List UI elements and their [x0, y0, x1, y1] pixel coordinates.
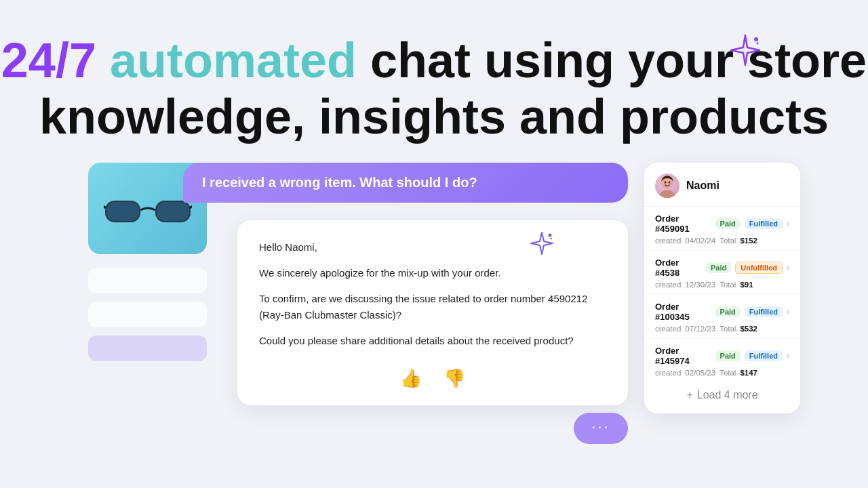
status-badge: Fulfilled [745, 218, 783, 229]
svg-rect-5 [157, 202, 189, 221]
user-message-text: I received a wrong item. What should I d… [202, 175, 609, 190]
paid-badge: Paid [715, 218, 741, 229]
svg-point-0 [754, 37, 758, 41]
order-date: 02/05/23 [685, 369, 715, 377]
status-badge: Fulfilled [745, 306, 783, 317]
hero-automated: automated [110, 33, 357, 87]
svg-rect-3 [106, 202, 139, 221]
order-meta: created 07/12/23 Total $532 [655, 325, 789, 333]
order-meta: created 02/05/23 Total $147 [655, 369, 789, 377]
thumbs-up-button[interactable]: 👍 [397, 365, 425, 392]
order-meta: created 12/30/23 Total $91 [655, 281, 789, 289]
svg-point-10 [665, 182, 667, 184]
order-total-label: Total [719, 281, 736, 289]
paid-badge: Paid [706, 262, 731, 273]
svg-point-1 [757, 43, 759, 45]
load-more-button[interactable]: + Load 4 more [644, 382, 800, 408]
more-button[interactable]: ··· [574, 413, 628, 444]
hero-247: 24/7 [1, 33, 96, 87]
svg-point-11 [669, 182, 671, 184]
order-created-label: created [655, 281, 681, 289]
order-total-label: Total [719, 237, 736, 245]
user-name: Naomi [686, 180, 719, 192]
svg-point-7 [551, 238, 552, 239]
order-item: Order #4538 Paid Unfulfilled › created 1… [644, 251, 800, 295]
main-content: I received a wrong item. What should I d… [88, 163, 800, 413]
order-item: Order #459091 Paid Fulfilled › created 0… [644, 207, 800, 251]
thumbs-down-button[interactable]: 👎 [441, 365, 468, 392]
feedback-row: 👍 👎 [259, 365, 606, 392]
bot-line2: To confirm, are we discussing the issue … [259, 291, 606, 323]
user-message-bubble: I received a wrong item. What should I d… [183, 163, 628, 203]
order-date: 04/02/24 [685, 237, 715, 245]
svg-point-6 [549, 234, 552, 237]
order-top-row: Order #459091 Paid Fulfilled › [655, 214, 789, 234]
bg-list-item-1 [88, 268, 207, 293]
orders-panel: Naomi Order #459091 Paid Fulfilled › cre… [644, 163, 800, 413]
chevron-icon[interactable]: › [787, 307, 789, 317]
avatar-image [655, 174, 679, 198]
paid-badge: Paid [715, 350, 741, 361]
more-button-label: ··· [591, 418, 610, 436]
bg-list-item-2 [88, 302, 207, 327]
hero-section: 24/7 automated chat using your store kno… [0, 0, 868, 145]
order-total-value: $152 [740, 237, 757, 245]
order-total-value: $147 [740, 369, 757, 377]
bot-line1: We sincerely apologize for the mix-up wi… [259, 265, 606, 281]
order-total-value: $532 [740, 325, 757, 333]
order-created-label: created [655, 325, 681, 333]
glasses-image [104, 185, 192, 232]
order-top-row: Order #4538 Paid Unfulfilled › [655, 258, 789, 278]
status-badge: Fulfilled [745, 350, 783, 361]
order-number: Order #100345 [655, 302, 711, 322]
chevron-icon[interactable]: › [787, 351, 789, 361]
chevron-icon[interactable]: › [787, 219, 789, 228]
order-total-value: $91 [740, 281, 753, 289]
orders-list: Order #459091 Paid Fulfilled › created 0… [644, 207, 800, 382]
star-sparkle-icon [529, 230, 555, 262]
plus-icon: + [686, 389, 692, 401]
chevron-icon[interactable]: › [787, 263, 789, 272]
chat-panel: I received a wrong item. What should I d… [88, 163, 628, 407]
order-top-row: Order #145974 Paid Fulfilled › [655, 346, 789, 366]
order-total-label: Total [719, 369, 736, 377]
sparkle-icon [728, 33, 763, 70]
order-created-label: created [655, 369, 681, 377]
load-more-label: Load 4 more [697, 389, 758, 401]
order-number: Order #145974 [655, 346, 711, 366]
order-total-label: Total [719, 325, 736, 333]
order-number: Order #459091 [655, 214, 711, 234]
svg-point-8 [659, 190, 675, 198]
user-header: Naomi [644, 174, 800, 207]
bg-list-item-3 [88, 336, 207, 361]
hero-line1-rest: chat using your store [370, 33, 867, 87]
order-date: 07/12/23 [685, 325, 715, 333]
bot-response-card: Hello Naomi, We sincerely apologize for … [237, 220, 628, 405]
bot-line3: Could you please share additional detail… [259, 333, 606, 349]
order-item: Order #100345 Paid Fulfilled › created 0… [644, 295, 800, 339]
paid-badge: Paid [715, 306, 741, 317]
order-date: 12/30/23 [685, 281, 715, 289]
user-avatar [655, 174, 679, 198]
order-top-row: Order #100345 Paid Fulfilled › [655, 302, 789, 322]
order-item: Order #145974 Paid Fulfilled › created 0… [644, 339, 800, 382]
order-meta: created 04/02/24 Total $152 [655, 237, 789, 245]
hero-line2: knowledge, insights and products [39, 89, 829, 144]
status-badge: Unfulfilled [735, 262, 783, 274]
order-created-label: created [655, 237, 681, 245]
order-number: Order #4538 [655, 258, 702, 278]
